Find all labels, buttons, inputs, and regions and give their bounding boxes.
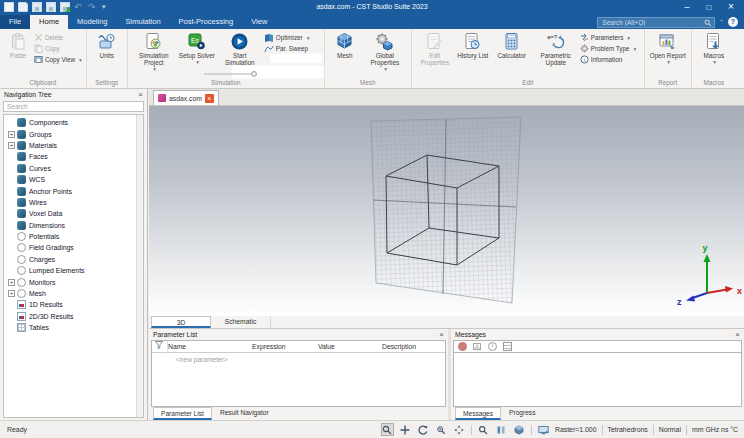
- status-render-mode[interactable]: Normal: [659, 426, 681, 433]
- close-parameter-list-icon[interactable]: [439, 330, 444, 340]
- expand-icon[interactable]: [8, 142, 15, 149]
- macros-button[interactable]: Macros: [695, 31, 733, 66]
- help-icon[interactable]: ?: [728, 17, 738, 27]
- screen-capture-icon[interactable]: [537, 423, 550, 436]
- tree-item[interactable]: Faces: [6, 151, 134, 162]
- tree-search-input[interactable]: [4, 102, 143, 111]
- problem-type-button[interactable]: Problem Type: [580, 44, 640, 53]
- parametric-update-button[interactable]: a=? Parametric Update: [533, 31, 579, 67]
- warning-filter-icon[interactable]: [473, 342, 482, 351]
- tree-item[interactable]: Voxel Data: [6, 208, 134, 219]
- tree-item[interactable]: Dimensions: [6, 220, 134, 231]
- tree-item[interactable]: Monitors: [6, 276, 134, 287]
- rotate-tool-icon[interactable]: [417, 423, 430, 436]
- zoom-selection-icon[interactable]: [477, 423, 490, 436]
- maximize-button[interactable]: [698, 0, 720, 14]
- panel-tab[interactable]: Parameter List: [153, 407, 212, 420]
- column-header[interactable]: Name: [168, 341, 252, 353]
- expand-icon[interactable]: [8, 290, 15, 297]
- tree-item[interactable]: Tables: [6, 322, 134, 333]
- ribbon-tab[interactable]: Post-Processing: [170, 15, 243, 29]
- close-document-icon[interactable]: [205, 94, 214, 103]
- expand-icon[interactable]: [8, 279, 15, 286]
- rotate-view-icon[interactable]: [453, 423, 466, 436]
- info-filter-icon[interactable]: [488, 342, 497, 351]
- minimize-button[interactable]: [676, 0, 698, 14]
- delete-button[interactable]: Delete: [34, 33, 82, 42]
- mesh-button[interactable]: Mesh: [328, 31, 362, 60]
- tree-item[interactable]: 1D Results: [6, 299, 134, 310]
- tree-scrollbar[interactable]: [136, 115, 143, 417]
- pan-tool-icon[interactable]: [399, 423, 412, 436]
- tree-item[interactable]: Materials: [6, 140, 134, 151]
- tree-item[interactable]: Anchor Points: [6, 185, 134, 196]
- calculator-button[interactable]: Calculator: [491, 31, 533, 60]
- parameters-button[interactable]: Parameters: [580, 33, 640, 42]
- tree-item[interactable]: Wires: [6, 197, 134, 208]
- collapse-ribbon-icon[interactable]: ˆ: [720, 18, 723, 27]
- tree-item[interactable]: Field Gradings: [6, 242, 134, 253]
- copy-view-button[interactable]: Copy View: [34, 55, 82, 64]
- open-report-button[interactable]: Open Report: [648, 31, 688, 66]
- close-button[interactable]: [720, 0, 742, 14]
- ribbon-tab[interactable]: File: [0, 15, 30, 29]
- close-navigation-tree-icon[interactable]: [138, 90, 143, 100]
- tree-item[interactable]: Potentials: [6, 231, 134, 242]
- panel-tab[interactable]: Result Navigator: [213, 407, 276, 420]
- log-view-icon[interactable]: [503, 342, 512, 351]
- tree-item[interactable]: Lumped Elements: [6, 265, 134, 276]
- ribbon: Paste Delete Copy: [0, 29, 744, 89]
- start-simulation-button[interactable]: Start Simulation: [217, 31, 263, 67]
- panel-tab[interactable]: Messages: [455, 407, 501, 420]
- group-label-macros: Macros: [693, 79, 735, 88]
- par-sweep-icon: [264, 44, 274, 53]
- units-button[interactable]: Units: [90, 31, 124, 60]
- status-mesh-type[interactable]: Tetrahedrons: [608, 426, 648, 433]
- dynamic-zoom-icon[interactable]: [435, 423, 448, 436]
- messages-list[interactable]: [453, 352, 742, 407]
- copy-button[interactable]: Copy: [34, 44, 82, 53]
- parameters-icon: [580, 33, 589, 42]
- panel-tab[interactable]: Progress: [502, 407, 542, 420]
- filter-funnel-icon[interactable]: [152, 341, 168, 353]
- setup-solver-button[interactable]: Es Setup Solver: [177, 31, 217, 66]
- tree-item[interactable]: 2D/3D Results: [6, 311, 134, 322]
- tree-item[interactable]: WCS: [6, 174, 134, 185]
- tree-item[interactable]: Groups: [6, 128, 134, 139]
- ribbon-tab[interactable]: Home: [30, 15, 68, 29]
- select-tool-icon[interactable]: [381, 423, 394, 436]
- column-header[interactable]: Description: [382, 341, 445, 353]
- ribbon-tab[interactable]: View: [242, 15, 276, 29]
- tree-item[interactable]: Charges: [6, 254, 134, 265]
- new-parameter-row[interactable]: <new parameter>: [152, 353, 445, 363]
- simulation-project-button[interactable]: Simulation Project: [131, 31, 177, 73]
- status-ready: Ready: [0, 426, 27, 433]
- tree-item[interactable]: Components: [6, 117, 134, 128]
- clipping-planes-icon[interactable]: [495, 423, 508, 436]
- tree-item[interactable]: Mesh: [6, 288, 134, 299]
- status-units[interactable]: mm GHz ns °C: [692, 426, 738, 433]
- document-tab[interactable]: asdax.com: [153, 90, 219, 105]
- document-area: asdax.com: [149, 89, 744, 420]
- error-filter-icon[interactable]: [458, 342, 467, 351]
- column-header[interactable]: Value: [318, 341, 382, 353]
- search-input[interactable]: [598, 18, 714, 27]
- par-sweep-button[interactable]: Par. Sweep: [264, 44, 320, 53]
- expand-icon[interactable]: [8, 131, 15, 138]
- viewport-tab[interactable]: Schematic: [211, 316, 271, 328]
- column-header[interactable]: Expression: [252, 341, 318, 353]
- tree-item[interactable]: Curves: [6, 163, 134, 174]
- delete-icon: [34, 33, 43, 42]
- viewport-tab[interactable]: 3D: [151, 316, 211, 328]
- paste-button[interactable]: Paste: [3, 31, 33, 60]
- global-properties-button[interactable]: Global Properties: [362, 31, 408, 73]
- information-button[interactable]: i Information: [580, 55, 640, 64]
- optimizer-button[interactable]: Optimizer: [264, 33, 320, 42]
- close-messages-icon[interactable]: [735, 330, 740, 340]
- bounding-box-icon[interactable]: [513, 423, 526, 436]
- ribbon-tab[interactable]: Modeling: [68, 15, 116, 29]
- viewport-3d[interactable]: y x z: [149, 106, 744, 316]
- edit-properties-button[interactable]: Edit Properties: [415, 31, 455, 67]
- ribbon-tab[interactable]: Simulation: [117, 15, 170, 29]
- history-list-button[interactable]: History List: [455, 31, 491, 60]
